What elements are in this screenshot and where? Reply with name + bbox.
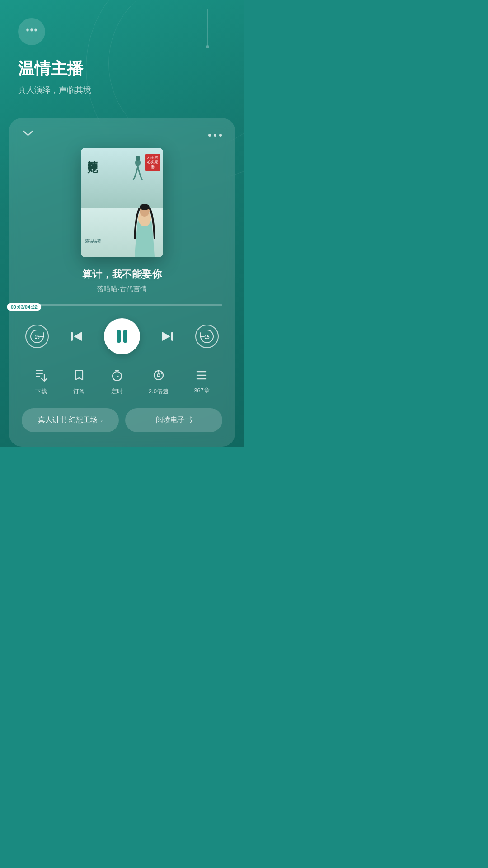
book-cover-wrapper: 神医狂妃 邪王的心尖宠妻 落喵喵著 — [22, 148, 222, 257]
forward-button[interactable]: 15 — [195, 325, 219, 348]
timer-button[interactable]: 定时 — [111, 369, 123, 396]
human-narration-button[interactable]: 真人讲书·幻想工场 › — [22, 408, 119, 432]
song-title: 算计，我不能娶你 — [22, 268, 222, 281]
timer-label: 定时 — [111, 387, 123, 396]
svg-point-7 — [136, 156, 140, 161]
audio-wave-icon — [25, 25, 38, 38]
book-title-text: 神医狂妃 — [86, 153, 99, 156]
deco-dot — [206, 45, 209, 48]
speed-button[interactable]: 2.0倍速 — [149, 369, 169, 396]
svg-rect-13 — [171, 332, 173, 341]
pause-icon — [117, 330, 127, 343]
svg-point-5 — [219, 134, 222, 137]
svg-point-3 — [208, 134, 211, 137]
more-button[interactable] — [208, 129, 222, 139]
action-buttons: 下载 订阅 定时 — [22, 369, 222, 396]
progress-container[interactable]: 00:03/04:22 — [22, 304, 222, 306]
pill2-label: 阅读电子书 — [156, 415, 192, 425]
book-author-label: 落喵喵著 — [85, 238, 101, 244]
chapters-button[interactable]: 367章 — [194, 370, 210, 395]
svg-text:15: 15 — [34, 335, 40, 340]
pill1-arrow: › — [100, 417, 103, 424]
subscribe-icon — [73, 369, 85, 385]
svg-point-4 — [214, 134, 216, 137]
song-meta: 落喵喵·古代言情 — [22, 285, 222, 293]
subscribe-label: 订阅 — [73, 387, 85, 396]
next-button[interactable] — [160, 328, 176, 344]
subscribe-button[interactable]: 订阅 — [73, 369, 85, 396]
progress-track[interactable]: 00:03/04:22 — [22, 304, 222, 306]
play-pause-button[interactable] — [104, 318, 140, 354]
speed-icon — [152, 369, 165, 385]
collapse-button[interactable] — [22, 129, 34, 139]
page-subtitle: 真人演绎，声临其境 — [18, 85, 226, 95]
background: 温情主播 真人演绎，声临其境 — [0, 0, 244, 447]
card-header — [22, 129, 222, 139]
player-card: 神医狂妃 邪王的心尖宠妻 落喵喵著 — [9, 118, 235, 447]
pill1-label: 真人讲书·幻想工场 — [38, 415, 98, 425]
svg-point-10 — [140, 204, 150, 210]
chapters-icon — [195, 370, 208, 384]
deco-line — [207, 9, 208, 45]
download-button[interactable]: 下载 — [34, 369, 48, 396]
chapters-label: 367章 — [194, 387, 210, 395]
logo-circle[interactable] — [18, 18, 45, 45]
rewind-button[interactable]: 15 — [25, 325, 49, 348]
prev-button[interactable] — [68, 328, 84, 344]
book-badge: 邪王的心尖宠妻 — [145, 154, 160, 171]
book-cover: 神医狂妃 邪王的心尖宠妻 落喵喵著 — [81, 148, 163, 257]
download-label: 下载 — [35, 387, 47, 396]
download-icon — [34, 369, 48, 385]
svg-point-17 — [157, 374, 160, 377]
read-ebook-button[interactable]: 阅读电子书 — [125, 408, 222, 432]
bottom-pills: 真人讲书·幻想工场 › 阅读电子书 — [22, 408, 222, 432]
time-badge: 00:03/04:22 — [7, 303, 41, 311]
speed-label: 2.0倍速 — [149, 387, 169, 396]
playback-controls: 15 — [22, 318, 222, 354]
svg-text:15: 15 — [204, 335, 210, 340]
page-title: 温情主播 — [18, 58, 226, 80]
svg-rect-12 — [71, 332, 73, 341]
timer-icon — [111, 369, 123, 385]
